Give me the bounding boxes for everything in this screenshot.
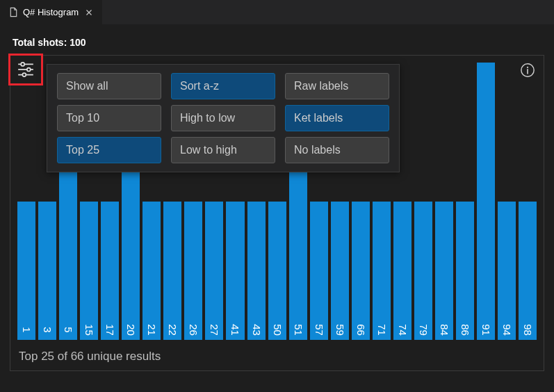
tab-bar: Q# Histogram	[0, 0, 554, 24]
sort-column: Sort a-zHigh to lowLow to high	[171, 73, 275, 163]
bar-label: 71	[375, 324, 387, 336]
bar[interactable]: 27	[205, 202, 223, 341]
bar-label: 74	[396, 324, 408, 336]
bar-label: 22	[167, 324, 179, 336]
bar[interactable]: 3	[38, 202, 56, 341]
bar-label: 26	[188, 324, 199, 336]
total-shots-label: Total shots: 100	[13, 37, 544, 48]
bar[interactable]: 66	[352, 202, 370, 341]
bar-label: 91	[480, 324, 492, 336]
bar[interactable]: 1	[17, 202, 35, 341]
svg-point-5	[22, 73, 26, 76]
bar-label: 20	[125, 324, 137, 336]
bar-label: 15	[83, 324, 95, 336]
bar-label: 43	[250, 324, 262, 336]
bar[interactable]: 21	[142, 202, 161, 341]
svg-point-3	[21, 63, 24, 66]
filter-option-0[interactable]: Show all	[57, 73, 161, 99]
bar-label: 84	[438, 324, 450, 336]
bar-label: 1	[21, 327, 33, 332]
panel-content: Total shots: 100 Show allTop 10Top 25 So…	[0, 24, 554, 378]
bar[interactable]: 71	[373, 202, 391, 341]
bar-label: 5	[63, 327, 74, 332]
bar[interactable]: 86	[456, 202, 474, 341]
bar-label: 94	[501, 324, 513, 336]
labels-column: Raw labelsKet labelsNo labels	[285, 73, 389, 163]
bar[interactable]: 15	[80, 202, 98, 341]
options-popover: Show allTop 10Top 25 Sort a-zHigh to low…	[47, 64, 400, 172]
bar-label: 79	[417, 324, 429, 336]
filter-option-2[interactable]: Top 25	[57, 137, 161, 163]
bar[interactable]: 91	[477, 63, 495, 340]
bar-label: 86	[459, 324, 471, 336]
bar-label: 21	[146, 324, 158, 336]
bar[interactable]: 26	[184, 202, 202, 341]
bar[interactable]: 22	[163, 202, 181, 341]
info-icon[interactable]	[520, 63, 535, 78]
bar[interactable]: 79	[414, 202, 432, 341]
labels-option-1[interactable]: Ket labels	[285, 105, 389, 131]
bar[interactable]: 98	[519, 202, 537, 341]
bar-label: 41	[229, 324, 241, 336]
bar-label: 98	[522, 324, 534, 336]
bar-label: 66	[355, 324, 366, 336]
sort-option-0[interactable]: Sort a-z	[171, 73, 275, 99]
results-summary: Top 25 of 66 unique results	[19, 350, 161, 364]
bar[interactable]: 74	[393, 202, 412, 341]
labels-option-2[interactable]: No labels	[285, 137, 389, 163]
sliders-icon	[16, 60, 35, 79]
labels-option-0[interactable]: Raw labels	[285, 73, 389, 99]
bar[interactable]: 17	[101, 202, 119, 341]
bar-label: 59	[334, 324, 345, 336]
close-icon[interactable]	[83, 6, 95, 19]
sort-option-2[interactable]: Low to high	[171, 137, 275, 163]
bar-label: 57	[313, 324, 325, 336]
settings-toggle[interactable]	[8, 54, 43, 85]
file-icon	[8, 7, 19, 17]
bar[interactable]: 84	[435, 202, 453, 341]
bar[interactable]: 41	[226, 202, 244, 341]
sort-option-1[interactable]: High to low	[171, 105, 275, 131]
filter-option-1[interactable]: Top 10	[57, 105, 161, 131]
tab-title: Q# Histogram	[23, 7, 79, 17]
svg-rect-8	[527, 69, 528, 74]
histogram-frame: Show allTop 10Top 25 Sort a-zHigh to low…	[10, 55, 544, 371]
bar-label: 51	[292, 324, 304, 336]
bar-label: 3	[42, 327, 54, 332]
bar-label: 50	[271, 324, 283, 336]
svg-point-7	[527, 67, 528, 68]
bar-label: 17	[104, 324, 116, 336]
bar[interactable]: 59	[331, 202, 349, 341]
tab-qsharp-histogram[interactable]: Q# Histogram	[0, 0, 103, 24]
bar[interactable]: 57	[310, 202, 328, 341]
bar[interactable]: 94	[498, 202, 516, 341]
bar[interactable]: 50	[268, 202, 286, 341]
bar[interactable]: 43	[247, 202, 266, 341]
svg-point-4	[27, 68, 31, 72]
bar-label: 27	[209, 324, 220, 336]
filter-column: Show allTop 10Top 25	[57, 73, 161, 163]
